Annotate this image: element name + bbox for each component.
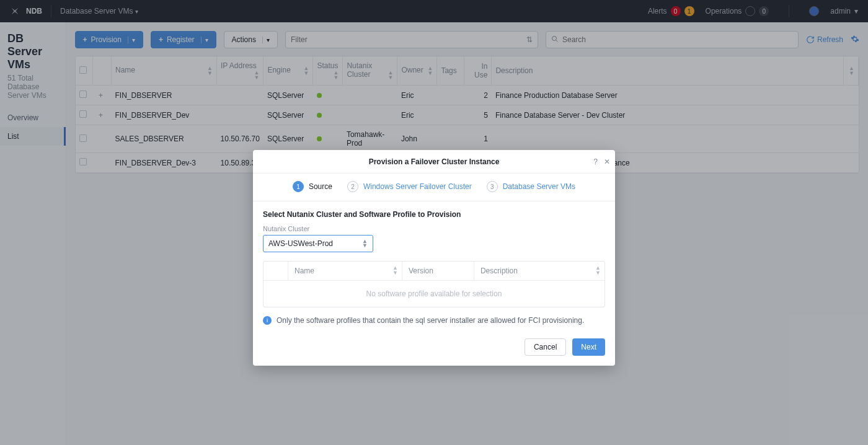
info-note: i Only the software profiles that contai… [263, 316, 605, 325]
info-icon: i [263, 316, 272, 325]
section-heading: Select Nutanix Cluster and Software Prof… [263, 210, 605, 219]
modal-footer: Cancel Next [253, 330, 615, 366]
step-number: 2 [347, 181, 358, 192]
cancel-button[interactable]: Cancel [525, 338, 566, 356]
modal-header: Provision a Failover Cluster Instance ? … [253, 150, 615, 174]
profile-col-version[interactable]: Version [402, 262, 474, 280]
profile-table-empty: No software profile available for select… [264, 281, 604, 307]
step-indicator: 1 Source 2 Windows Server Failover Clust… [253, 174, 615, 201]
select-arrows-icon: ▲▼ [362, 239, 368, 248]
cluster-select-value: AWS-USWest-Prod [268, 239, 333, 248]
step-dbvms[interactable]: 3 Database Server VMs [487, 181, 575, 192]
profile-col-select [264, 262, 288, 280]
provision-modal: Provision a Failover Cluster Instance ? … [253, 150, 615, 366]
cluster-field-label: Nutanix Cluster [263, 225, 605, 232]
profile-col-desc[interactable]: Description▲▼ [474, 262, 604, 280]
cluster-select[interactable]: AWS-USWest-Prod ▲▼ [263, 235, 373, 252]
help-button[interactable]: ? [593, 157, 598, 166]
step-source[interactable]: 1 Source [293, 181, 332, 192]
step-wsfc[interactable]: 2 Windows Server Failover Cluster [347, 181, 472, 192]
modal-title: Provision a Failover Cluster Instance [369, 157, 500, 166]
step-number: 3 [487, 181, 498, 192]
profile-col-name[interactable]: Name▲▼ [288, 262, 402, 280]
step-label: Windows Server Failover Cluster [363, 182, 472, 191]
close-button[interactable]: ✕ [604, 157, 610, 166]
next-button[interactable]: Next [572, 338, 605, 356]
profile-table: Name▲▼ Version Description▲▼ No software… [263, 261, 605, 307]
step-label: Database Server VMs [503, 182, 575, 191]
step-label: Source [309, 182, 332, 191]
step-number: 1 [293, 181, 304, 192]
modal-overlay[interactable]: Provision a Failover Cluster Instance ? … [0, 0, 868, 445]
info-text: Only the software profiles that contain … [277, 316, 584, 325]
